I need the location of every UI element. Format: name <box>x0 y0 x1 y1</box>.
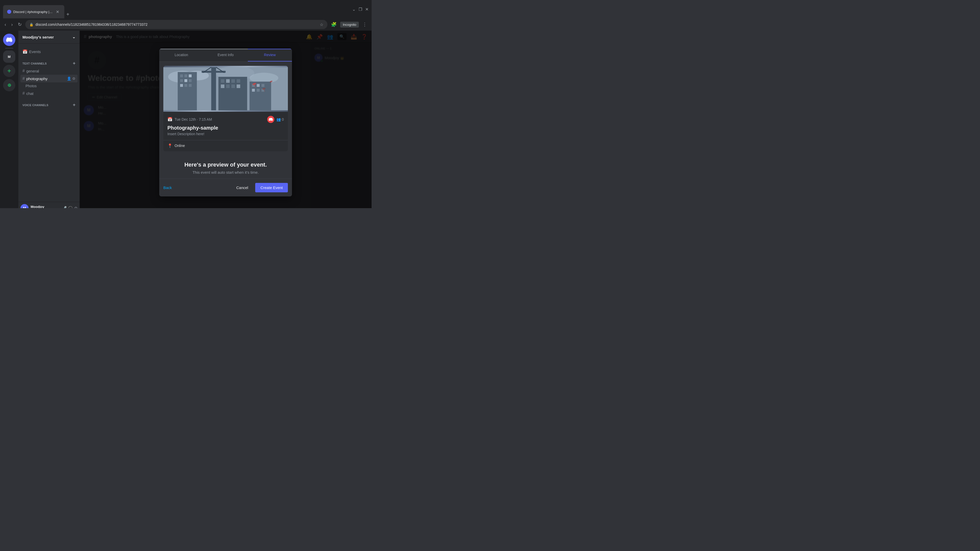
review-progress-bar <box>248 49 292 49</box>
extensions-icon[interactable]: 🧩 <box>329 21 338 28</box>
preview-text-section: Here's a preview of your event. This eve… <box>159 156 292 179</box>
user-area: M Moodjoy moodyjoy_B... 🎤 🎧 ⚙ <box>18 202 80 208</box>
settings-icon[interactable]: ⚙ <box>72 76 76 81</box>
svg-rect-26 <box>231 84 235 88</box>
server-name-header[interactable]: Moodjoy's server ⌄ <box>18 30 80 44</box>
modal-footer: Back Cancel Create Event <box>159 179 292 197</box>
svg-rect-20 <box>221 79 224 83</box>
close-window-button[interactable]: ✕ <box>365 7 369 12</box>
svg-rect-25 <box>226 84 230 88</box>
browser-tabs: Discord | #photography | Mood... ✕ + <box>3 0 350 18</box>
preview-title: Here's a preview of your event. <box>163 162 288 168</box>
discord-app: M + ⊕ Moodjoy's server ⌄ 📅 Events TEXT C… <box>0 30 372 208</box>
svg-rect-21 <box>226 79 230 83</box>
sidebar-item-chat[interactable]: # chat <box>21 89 78 97</box>
sidebar-item-general[interactable]: # general <box>21 67 78 75</box>
events-nav-item[interactable]: 📅 Events <box>21 48 78 56</box>
back-button[interactable]: Back <box>163 186 172 190</box>
channel-actions: 👤 ⚙ <box>67 76 76 81</box>
tab-favicon <box>7 10 11 14</box>
add-server-icon[interactable]: + <box>3 65 15 77</box>
address-bar[interactable]: 🔒 discord.com/channels/11823468517819843… <box>25 20 328 29</box>
server-sidebar: M + ⊕ <box>0 30 18 208</box>
sidebar-item-photos[interactable]: Photos <box>21 83 78 89</box>
main-content: # photography This is a good place to ta… <box>80 30 372 208</box>
url-text: discord.com/channels/1182346851781984336… <box>35 22 318 27</box>
tab-location-label: Location <box>175 53 188 57</box>
reload-button[interactable]: ↻ <box>16 21 23 28</box>
server-dropdown-icon: ⌄ <box>72 35 76 39</box>
text-channels-section: TEXT CHANNELS + # general # photography … <box>18 57 80 98</box>
incognito-label: Incognito <box>340 22 359 27</box>
discord-home-icon[interactable] <box>3 34 15 46</box>
svg-rect-22 <box>231 79 235 83</box>
security-icon: 🔒 <box>29 23 33 27</box>
moodjoy-server-icon[interactable]: M <box>3 51 15 63</box>
tab-location[interactable]: Location <box>159 49 204 62</box>
event-info-progress-bar <box>204 49 248 49</box>
text-channels-label: TEXT CHANNELS <box>22 62 47 65</box>
svg-rect-33 <box>257 89 259 92</box>
chat-channel-label: chat <box>26 91 76 96</box>
minimize-button[interactable]: ⌄ <box>352 7 355 12</box>
voice-channels-label: VOICE CHANNELS <box>22 103 48 106</box>
event-cover-image <box>163 66 288 112</box>
restore-button[interactable]: ❐ <box>359 7 362 12</box>
location-pin-icon: 📍 <box>167 143 172 148</box>
general-channel-label: general <box>26 69 76 73</box>
svg-rect-13 <box>185 84 187 87</box>
add-member-icon[interactable]: 👤 <box>67 76 71 81</box>
text-channels-header: TEXT CHANNELS + <box>21 61 78 66</box>
tab-close-button[interactable]: ✕ <box>55 9 60 15</box>
add-text-channel-button[interactable]: + <box>73 61 76 66</box>
active-tab[interactable]: Discord | #photography | Mood... ✕ <box>3 5 64 18</box>
svg-rect-8 <box>189 74 191 77</box>
voice-channels-header: VOICE CHANNELS + <box>21 102 78 108</box>
event-description: Insert Description here! <box>167 132 284 136</box>
event-cover-svg <box>163 66 288 112</box>
tab-review[interactable]: Review <box>248 49 292 62</box>
add-voice-channel-button[interactable]: + <box>73 102 76 108</box>
modal-body: 📅 Tue Dec 12th · 7:15 AM 👥 0 <box>159 66 292 179</box>
headphones-icon[interactable]: 🎧 <box>68 206 73 208</box>
server-name-text: Moodjoy's server <box>22 35 54 39</box>
sidebar-item-photography[interactable]: # photography 👤 ⚙ <box>21 75 78 83</box>
photos-channel-label: Photos <box>25 84 76 88</box>
voice-channels-section: VOICE CHANNELS + <box>18 98 80 110</box>
more-options-icon[interactable]: ⋮ <box>361 21 369 28</box>
event-location-text: Online <box>175 144 185 148</box>
cancel-button[interactable]: Cancel <box>231 183 253 192</box>
user-settings-icon[interactable]: ⚙ <box>74 206 78 208</box>
svg-rect-10 <box>185 79 187 82</box>
username-text: Moodjoy <box>30 205 60 208</box>
photography-hash-icon: # <box>22 76 25 81</box>
explore-icon[interactable]: ⊕ <box>3 79 15 91</box>
create-event-modal: Location Event Info Review <box>159 49 292 197</box>
event-date-row: 📅 Tue Dec 12th · 7:15 AM 👥 0 <box>167 116 284 123</box>
chat-hash-icon: # <box>22 91 25 96</box>
svg-rect-14 <box>189 84 191 87</box>
event-meta: 📅 Tue Dec 12th · 7:15 AM 👥 0 <box>163 112 288 140</box>
svg-rect-24 <box>221 84 224 88</box>
browser-nav: ‹ › ↻ 🔒 discord.com/channels/11823468517… <box>0 18 372 30</box>
calendar-icon: 📅 <box>167 117 172 122</box>
back-button[interactable]: ‹ <box>3 21 8 28</box>
photography-channel-label: photography <box>26 76 65 81</box>
forward-button[interactable]: › <box>10 21 14 28</box>
event-badges: 👥 0 <box>267 116 284 123</box>
mic-icon[interactable]: 🎤 <box>62 206 67 208</box>
svg-rect-6 <box>180 74 183 77</box>
discord-badge <box>267 116 274 123</box>
events-icon: 📅 <box>22 49 27 54</box>
attendees-number: 0 <box>282 118 284 121</box>
tab-event-info[interactable]: Event Info <box>204 49 248 62</box>
events-label: Events <box>29 49 76 54</box>
svg-rect-31 <box>262 84 264 87</box>
attendees-count: 👥 0 <box>277 118 284 121</box>
bookmark-icon[interactable]: ☆ <box>320 22 323 27</box>
event-date: 📅 Tue Dec 12th · 7:15 AM <box>167 117 212 122</box>
create-event-button[interactable]: Create Event <box>255 183 288 192</box>
new-tab-button[interactable]: + <box>64 11 72 18</box>
svg-rect-5 <box>178 72 197 110</box>
modal-tabs: Location Event Info Review <box>159 49 292 62</box>
